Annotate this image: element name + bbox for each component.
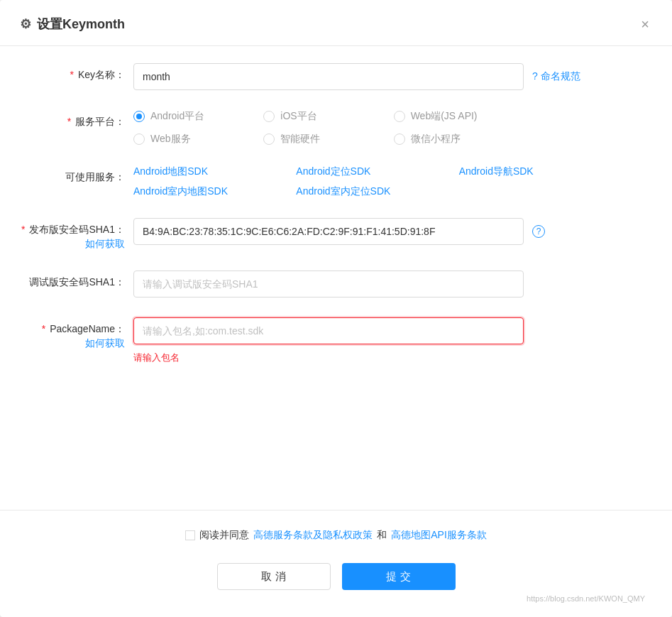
key-name-label: * Key名称： [20, 63, 133, 82]
dialog-title: ⚙ 设置Keymonth [20, 16, 125, 33]
gear-icon: ⚙ [20, 16, 31, 32]
package-howto-link[interactable]: 如何获取 [20, 337, 125, 350]
platform-label: * 服务平台： [20, 110, 133, 129]
service-android-nav[interactable]: Android导航SDK [459, 165, 559, 178]
api-terms-link[interactable]: 高德地图API服务条款 [391, 529, 487, 542]
radio-smart[interactable]: 智能硬件 [263, 133, 393, 146]
package-label-main: * PackageName： [20, 323, 125, 336]
release-sha1-input-row: ? [133, 218, 652, 245]
radio-ios[interactable]: iOS平台 [263, 110, 393, 123]
release-sha1-label-stack: * 发布版安全码SHA1： 如何获取 [20, 218, 133, 251]
dialog-header: ⚙ 设置Keymonth × [0, 0, 672, 46]
release-sha1-label-main: * 发布版安全码SHA1： [20, 224, 125, 236]
key-name-input-row: ? 命名规范 [133, 63, 652, 90]
radio-web-circle[interactable] [394, 111, 405, 122]
watermark: https://blog.csdn.net/KWON_QMY [20, 594, 652, 603]
close-icon[interactable]: × [638, 14, 652, 34]
release-sha1-howto-link[interactable]: 如何获取 [20, 238, 125, 251]
naming-rule-link[interactable]: ? 命名规范 [532, 70, 580, 83]
debug-sha1-label: 调试版安全码SHA1： [20, 271, 133, 289]
radio-wechat[interactable]: 微信小程序 [394, 133, 524, 146]
radio-webservice-circle[interactable] [133, 133, 145, 145]
services-row: 可使用服务： Android地图SDK Android定位SDK Android… [20, 165, 652, 198]
required-star-pkg: * [42, 323, 45, 334]
submit-button[interactable]: 提 交 [342, 563, 456, 590]
cancel-button[interactable]: 取 消 [217, 563, 331, 590]
package-name-input[interactable] [133, 317, 524, 344]
dialog-body: * Key名称： ? 命名规范 * 服务平台： Android平台 [0, 46, 672, 510]
radio-smart-circle[interactable] [263, 133, 275, 145]
debug-sha1-input[interactable] [133, 271, 524, 297]
radio-ios-circle[interactable] [263, 111, 275, 122]
sha1-help-icon[interactable]: ? [532, 225, 545, 238]
radio-wechat-circle[interactable] [394, 133, 405, 145]
services-content: Android地图SDK Android定位SDK Android导航SDK A… [133, 165, 652, 198]
release-sha1-input[interactable] [133, 218, 524, 245]
required-star-sha1: * [21, 224, 25, 235]
release-sha1-row: * 发布版安全码SHA1： 如何获取 ? [20, 218, 652, 251]
key-name-content: ? 命名规范 [133, 63, 652, 90]
agreement-row: 阅读并同意 高德服务条款及隐私权政策 和 高德地图API服务条款 [185, 529, 487, 542]
footer-buttons: 取 消 提 交 [217, 563, 456, 590]
services-label: 可使用服务： [20, 165, 133, 184]
platform-row: * 服务平台： Android平台 iOS平台 Web端(JS API) [20, 110, 652, 146]
package-label-stack: * PackageName： 如何获取 [20, 317, 133, 350]
service-grid: Android地图SDK Android定位SDK Android导航SDK A… [133, 165, 559, 198]
release-sha1-content: ? [133, 218, 652, 245]
required-star: * [70, 69, 74, 80]
platform-radio-grid: Android平台 iOS平台 Web端(JS API) Web服务 [133, 110, 524, 146]
key-name-row: * Key名称： ? 命名规范 [20, 63, 652, 90]
service-android-location[interactable]: Android定位SDK [296, 165, 416, 178]
key-name-input[interactable] [133, 63, 524, 90]
settings-dialog: ⚙ 设置Keymonth × * Key名称： ? 命名规范 * 服务平台： [0, 0, 672, 617]
service-android-map[interactable]: Android地图SDK [133, 165, 253, 178]
service-android-indoor-map[interactable]: Android室内地图SDK [133, 185, 253, 198]
terms-link[interactable]: 高德服务条款及隐私权政策 [253, 529, 373, 542]
dialog-footer: 阅读并同意 高德服务条款及隐私权政策 和 高德地图API服务条款 取 消 提 交… [0, 510, 672, 617]
agreement-checkbox[interactable] [185, 530, 195, 540]
service-android-indoor-location[interactable]: Android室内定位SDK [296, 185, 416, 198]
debug-sha1-row: 调试版安全码SHA1： [20, 271, 652, 297]
package-error-text: 请输入包名 [133, 351, 652, 364]
debug-sha1-content [133, 271, 652, 297]
package-name-content: 请输入包名 [133, 317, 652, 364]
radio-webservice[interactable]: Web服务 [133, 133, 263, 146]
radio-web[interactable]: Web端(JS API) [394, 110, 524, 123]
radio-android[interactable]: Android平台 [133, 110, 263, 123]
package-name-row: * PackageName： 如何获取 请输入包名 [20, 317, 652, 364]
platform-content: Android平台 iOS平台 Web端(JS API) Web服务 [133, 110, 652, 146]
radio-android-circle[interactable] [133, 111, 145, 122]
required-star-platform: * [67, 116, 71, 127]
